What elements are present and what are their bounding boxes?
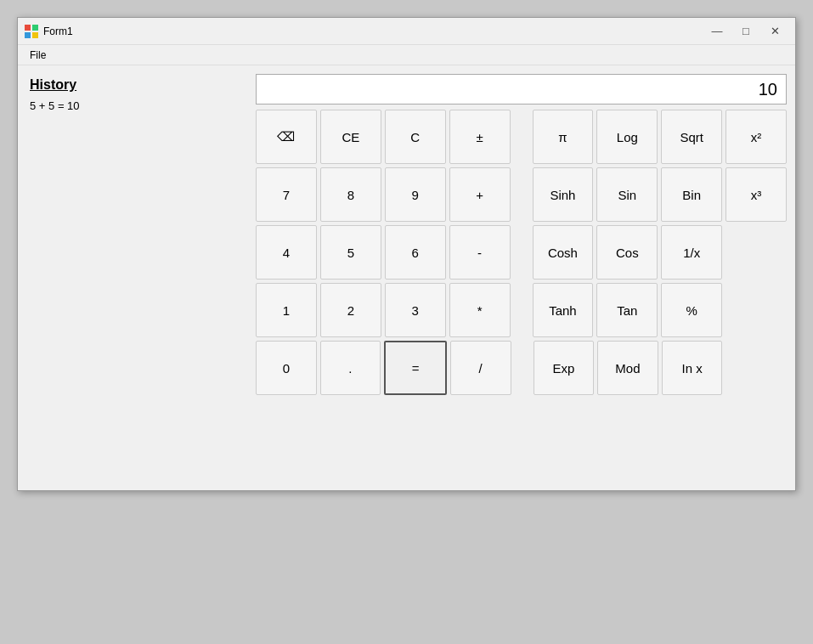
sidebar: History 5 + 5 = 10 <box>26 74 247 482</box>
buttons-grid: ⌫ CE C ± π Log Sqrt x² 7 8 9 + <box>256 110 787 395</box>
button-row-3: 4 5 6 - Cosh Cos 1/x <box>256 225 787 280</box>
backspace-button[interactable]: ⌫ <box>256 110 317 164</box>
4-button[interactable]: 4 <box>256 225 317 280</box>
svg-rect-3 <box>32 32 38 38</box>
sinh-button[interactable]: Sinh <box>533 167 594 222</box>
display-value: 10 <box>759 80 777 99</box>
6-button[interactable]: 6 <box>385 225 446 280</box>
svg-rect-0 <box>25 25 31 31</box>
title-bar: Form1 — □ ✕ <box>18 18 795 45</box>
0-button[interactable]: 0 <box>256 341 317 395</box>
plusminus-button[interactable]: ± <box>449 110 511 164</box>
plus-button[interactable]: + <box>449 167 511 222</box>
sqrt-button[interactable]: Sqrt <box>661 110 722 164</box>
file-menu[interactable]: File <box>25 48 51 63</box>
history-entry: 5 + 5 = 10 <box>30 99 244 112</box>
display: 10 <box>256 74 787 105</box>
main-window: Form1 — □ ✕ File History 5 + 5 = 10 10 <box>17 17 796 491</box>
history-title: History <box>30 77 244 93</box>
percent-button[interactable]: % <box>661 283 722 337</box>
cos-button[interactable]: Cos <box>596 225 658 280</box>
maximize-button[interactable]: □ <box>732 23 759 40</box>
cube-button[interactable]: x³ <box>725 167 787 222</box>
mod-button[interactable]: Mod <box>597 341 658 395</box>
5-button[interactable]: 5 <box>320 225 381 280</box>
7-button[interactable]: 7 <box>256 167 317 222</box>
button-row-5: 0 . = / Exp Mod In x <box>256 341 787 395</box>
tan-button[interactable]: Tan <box>596 283 658 337</box>
square-button[interactable]: x² <box>725 110 787 164</box>
cosh-button[interactable]: Cosh <box>533 225 594 280</box>
minimize-button[interactable]: — <box>703 23 731 40</box>
button-row-4: 1 2 3 * Tanh Tan % <box>256 283 787 337</box>
tanh-button[interactable]: Tanh <box>533 283 594 337</box>
exp-button[interactable]: Exp <box>534 341 595 395</box>
2-button[interactable]: 2 <box>320 283 381 337</box>
multiply-button[interactable]: * <box>449 283 511 337</box>
minus-button[interactable]: - <box>449 225 511 280</box>
title-bar-controls: — □ ✕ <box>703 23 788 40</box>
clear-button[interactable]: C <box>385 110 446 164</box>
3-button[interactable]: 3 <box>385 283 446 337</box>
button-row-1: ⌫ CE C ± π Log Sqrt x² <box>256 110 787 164</box>
ln-button[interactable]: In x <box>662 341 723 395</box>
1-button[interactable]: 1 <box>256 283 317 337</box>
ce-button[interactable]: CE <box>320 110 381 164</box>
title-bar-left: Form1 <box>25 25 73 38</box>
svg-rect-1 <box>32 25 38 31</box>
calculator: 10 ⌫ CE C ± π Log Sqrt x² 7 <box>256 74 787 482</box>
log-button[interactable]: Log <box>596 110 658 164</box>
window-title: Form1 <box>43 25 73 37</box>
app-icon <box>25 25 38 38</box>
reciprocal-button[interactable]: 1/x <box>661 225 722 280</box>
content-area: History 5 + 5 = 10 10 ⌫ CE C ± π Log <box>18 65 795 490</box>
dot-button[interactable]: . <box>320 341 381 395</box>
divide-button[interactable]: / <box>450 341 511 395</box>
svg-rect-2 <box>25 32 31 38</box>
bin-button[interactable]: Bin <box>661 167 722 222</box>
sin-button[interactable]: Sin <box>596 167 658 222</box>
equals-button[interactable]: = <box>384 341 447 395</box>
close-button[interactable]: ✕ <box>761 23 788 40</box>
pi-button[interactable]: π <box>533 110 594 164</box>
8-button[interactable]: 8 <box>320 167 381 222</box>
button-row-2: 7 8 9 + Sinh Sin Bin x³ <box>256 167 787 222</box>
menu-bar: File <box>18 45 795 65</box>
9-button[interactable]: 9 <box>385 167 446 222</box>
